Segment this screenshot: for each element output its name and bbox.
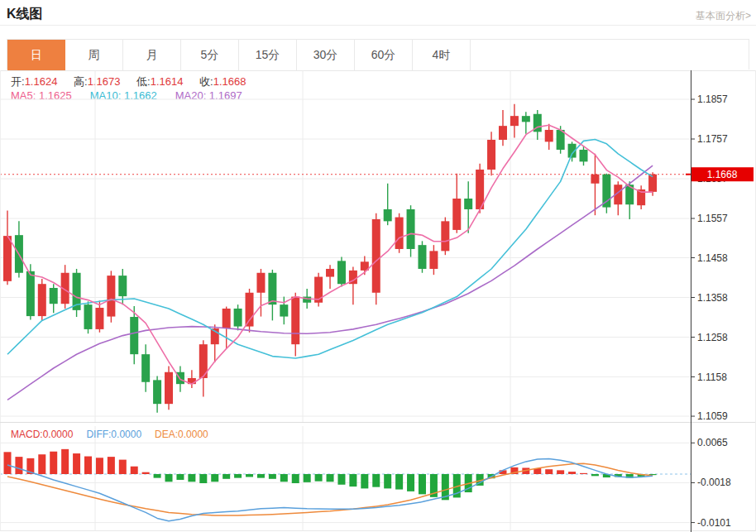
tab-60分[interactable]: 60分 [355, 40, 413, 70]
macd-legend-item: DEA:0.0000 [155, 429, 208, 440]
macd-bar-down [165, 474, 173, 482]
macd-bar-down [304, 474, 311, 482]
macd-legend-item: DIFF:0.0000 [86, 429, 141, 440]
page-title: K线图 [7, 6, 43, 23]
candle-up [107, 276, 115, 316]
macd-bar-up [38, 454, 45, 474]
macd-bar-down [188, 474, 195, 482]
tab-月[interactable]: 月 [123, 40, 181, 70]
price-tick-label: 1.1358 [697, 292, 728, 304]
macd-tick-label: -0.0101 [697, 517, 731, 529]
macd-bar-down [349, 474, 356, 486]
candle-down [268, 273, 276, 304]
candle-down [26, 271, 35, 316]
macd-bar-down [315, 474, 323, 482]
macd-bar-up [568, 472, 576, 474]
price-tick-label: 1.1458 [697, 252, 728, 264]
candle-down [118, 276, 127, 296]
macd-bar-down [154, 474, 161, 478]
macd-legend: MACD:0.0000DIFF:0.0000DEA:0.0000 [11, 429, 222, 440]
candle-down [141, 354, 150, 382]
candle-down [384, 209, 392, 221]
candle-down [522, 116, 530, 122]
macd-legend-item: MACD:0.0000 [11, 429, 73, 440]
tab-日[interactable]: 日 [7, 40, 65, 70]
macd-bar-down [395, 474, 403, 490]
candle-up [291, 297, 299, 345]
candle-up [38, 284, 46, 316]
tab-4时[interactable]: 4时 [413, 40, 471, 70]
candle-up [648, 175, 657, 192]
price-tick-label: 1.1857 [697, 93, 728, 105]
candle-down [234, 309, 242, 327]
candle-up [222, 309, 231, 328]
macd-bar-down [211, 474, 218, 482]
candle-down [130, 317, 138, 354]
candle-up [452, 199, 461, 230]
candle-up [510, 116, 519, 126]
macd-bar-down [199, 474, 207, 483]
macd-bar-down [269, 474, 276, 479]
macd-bar-up [557, 470, 564, 474]
kline-page: K线图 基本面分析> 日周月5分15分30分60分4时 开:1.1624 高:1… [0, 0, 756, 532]
macd-bar-down [361, 474, 368, 488]
macd-histogram-layer [4, 449, 657, 500]
candle-up [545, 130, 553, 141]
dea-line [7, 463, 653, 515]
price-tick-label: 1.1557 [697, 213, 728, 224]
macd-bar-down [591, 474, 599, 476]
candle-up [591, 175, 599, 184]
kline-chart[interactable]: 1.18571.17571.16571.15571.14581.13581.12… [0, 70, 756, 532]
macd-bar-down [384, 474, 391, 488]
tab-周[interactable]: 周 [65, 40, 123, 70]
candle-down [580, 150, 588, 161]
macd-bar-up [4, 452, 12, 474]
macd-tick-label: -0.0018 [697, 477, 731, 488]
macd-bar-down [407, 474, 414, 491]
current-price-label: 1.1668 [707, 169, 738, 180]
candle-up [95, 308, 103, 329]
tab-15分[interactable]: 15分 [239, 40, 297, 70]
macd-bar-up [119, 460, 127, 474]
macd-bar-down [257, 474, 265, 478]
tab-5分[interactable]: 5分 [181, 40, 239, 70]
candle-down [337, 261, 346, 284]
macd-bar-down [292, 474, 299, 483]
price-tick-label: 1.1158 [697, 371, 727, 383]
macd-bar-down [234, 474, 242, 478]
macd-bar-up [73, 453, 80, 474]
candle-down [557, 130, 565, 150]
ma5-line [7, 125, 653, 384]
macd-bar-down [327, 474, 334, 482]
price-tick-label: 1.1258 [697, 332, 728, 343]
macd-bar-up [142, 472, 150, 474]
macd-bar-up [131, 467, 138, 474]
fundamental-analysis-link[interactable]: 基本面分析> [696, 9, 751, 23]
macd-bar-down [176, 474, 184, 480]
tab-30分[interactable]: 30分 [297, 40, 355, 70]
macd-bar-down [337, 474, 345, 485]
candle-up [165, 372, 173, 404]
macd-bar-up [545, 469, 553, 474]
axis-labels: 1.18571.17571.16571.15571.14581.13581.12… [691, 93, 731, 529]
candle-down [418, 245, 426, 269]
macd-bar-up [108, 457, 115, 474]
candle-down [280, 304, 288, 316]
candle-up [429, 251, 438, 269]
candle-down [602, 175, 610, 208]
macd-bar-up [84, 457, 92, 474]
candle-up [395, 218, 404, 249]
macd-bar-down [280, 474, 288, 482]
candle-down [153, 380, 161, 404]
candle-down [464, 199, 472, 209]
macd-bar-up [15, 457, 22, 474]
price-tick-label: 1.1059 [697, 410, 728, 422]
macd-bar-down [222, 474, 230, 479]
price-tick-label: 1.1757 [697, 133, 728, 145]
candle-up [3, 236, 12, 281]
candle-down [407, 209, 415, 249]
candle-down [50, 288, 58, 304]
macd-bar-down [246, 474, 253, 477]
macd-bar-down [419, 474, 426, 494]
candle-up [487, 140, 495, 170]
